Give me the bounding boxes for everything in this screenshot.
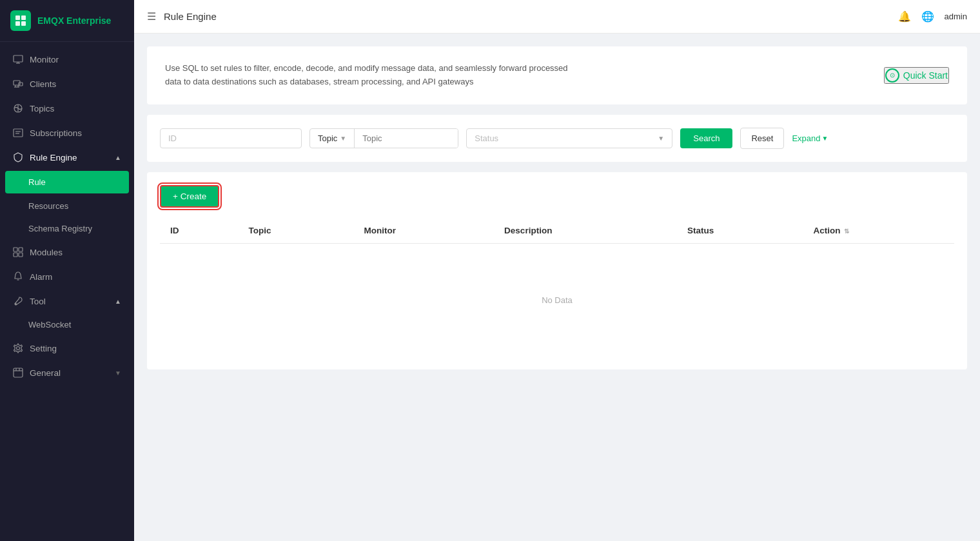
col-status: Status <box>677 218 803 244</box>
notification-icon[interactable]: 🔔 <box>898 10 911 23</box>
sidebar-sub-websocket-label: WebSocket <box>28 320 71 330</box>
sidebar-item-clients[interactable]: Clients <box>0 72 134 96</box>
sidebar-item-clients-label: Clients <box>30 79 56 89</box>
info-card: Use SQL to set rules to filter, encode, … <box>147 46 967 104</box>
info-description: Use SQL to set rules to filter, encode, … <box>165 62 578 89</box>
action-sort-icon: ⇅ <box>844 228 849 235</box>
sidebar-item-subscriptions[interactable]: Subscriptions <box>0 121 134 145</box>
col-description: Description <box>494 218 677 244</box>
sidebar-item-general-label: General <box>30 368 61 378</box>
sidebar-sub-rule[interactable]: Rule <box>5 171 129 193</box>
logo-icon <box>10 10 31 31</box>
create-button[interactable]: + Create <box>160 185 219 208</box>
search-button[interactable]: Search <box>680 128 732 148</box>
svg-rect-3 <box>21 21 26 26</box>
sidebar-item-topics-label: Topics <box>30 104 54 113</box>
quick-start-icon: ⊙ <box>885 68 899 83</box>
sidebar-item-alarm-label: Alarm <box>30 272 52 282</box>
table-header: ID Topic Monitor Description Status Acti… <box>160 218 954 244</box>
sidebar-item-subscriptions-label: Subscriptions <box>30 128 82 138</box>
svg-rect-19 <box>14 253 17 257</box>
main-content: ☰ Rule Engine 🔔 🌐 admin Use SQL to set r… <box>134 0 980 541</box>
sidebar-item-tool-label: Tool <box>30 297 46 306</box>
sidebar-item-rule-engine-label: Rule Engine <box>30 153 77 162</box>
sidebar: EMQX Enterprise Monitor Clients Topics <box>0 0 134 541</box>
filter-row: Topic ▼ Status ▼ Search Reset Expand ▼ <box>160 128 954 149</box>
create-btn-wrap: + Create <box>160 185 954 208</box>
quick-start-button[interactable]: ⊙ Quick Start <box>884 67 949 84</box>
sidebar-item-tool[interactable]: Tool ▲ <box>0 289 134 313</box>
topic-input[interactable] <box>355 129 458 148</box>
sidebar-sub-resources[interactable]: Resources <box>0 195 134 217</box>
expand-label: Expand <box>792 133 820 143</box>
svg-rect-2 <box>15 21 20 26</box>
topbar-user: admin <box>945 12 967 21</box>
sidebar-item-topics[interactable]: Topics <box>0 96 134 121</box>
col-action: Action ⇅ <box>803 218 954 244</box>
id-input[interactable] <box>160 128 302 148</box>
svg-rect-1 <box>21 15 26 20</box>
sidebar-item-monitor-label: Monitor <box>30 55 59 64</box>
no-data-row: No Data <box>160 243 954 357</box>
globe-icon[interactable]: 🌐 <box>921 10 934 23</box>
general-chevron: ▼ <box>115 369 121 377</box>
svg-rect-4 <box>14 55 23 62</box>
sidebar-item-modules-label: Modules <box>30 248 63 257</box>
rule-engine-chevron: ▲ <box>115 154 121 161</box>
sidebar-sub-resources-label: Resources <box>28 201 68 211</box>
expand-button[interactable]: Expand ▼ <box>792 133 828 143</box>
logo-text: EMQX Enterprise <box>37 15 111 26</box>
topic-select-wrap: Topic ▼ <box>309 128 458 148</box>
svg-rect-14 <box>14 129 23 137</box>
svg-rect-0 <box>15 15 20 20</box>
sidebar-nav: Monitor Clients Topics Subscriptions <box>0 42 134 541</box>
svg-rect-24 <box>14 368 23 377</box>
content-area: Use SQL to set rules to filter, encode, … <box>134 34 980 541</box>
sidebar-sub-schema-registry-label: Schema Registry <box>28 224 92 233</box>
svg-point-23 <box>17 347 20 350</box>
sidebar-sub-websocket[interactable]: WebSocket <box>0 313 134 336</box>
sidebar-item-setting[interactable]: Setting <box>0 336 134 360</box>
topbar-title: Rule Engine <box>164 11 890 22</box>
sidebar-sub-rule-label: Rule <box>28 177 46 187</box>
topbar-menu-icon[interactable]: ☰ <box>147 10 156 23</box>
topbar-actions: 🔔 🌐 admin <box>898 10 967 23</box>
quick-start-label: Quick Start <box>903 70 948 81</box>
svg-rect-17 <box>14 248 17 251</box>
svg-rect-20 <box>19 253 23 257</box>
topic-label-text: Topic <box>318 133 337 143</box>
svg-rect-18 <box>19 248 23 251</box>
status-placeholder: Status <box>475 133 654 143</box>
no-data-cell: No Data <box>160 243 954 357</box>
sidebar-item-setting-label: Setting <box>30 344 57 353</box>
col-monitor: Monitor <box>353 218 494 244</box>
svg-point-22 <box>15 304 17 305</box>
sidebar-item-modules[interactable]: Modules <box>0 240 134 264</box>
topbar: ☰ Rule Engine 🔔 🌐 admin <box>134 0 980 34</box>
table-body: No Data <box>160 243 954 357</box>
filter-card: Topic ▼ Status ▼ Search Reset Expand ▼ <box>147 115 967 162</box>
topic-chevron-icon: ▼ <box>340 135 346 142</box>
sidebar-item-rule-engine[interactable]: Rule Engine ▲ <box>0 145 134 170</box>
col-topic: Topic <box>239 218 354 244</box>
tool-chevron: ▲ <box>115 298 121 305</box>
sidebar-item-alarm[interactable]: Alarm <box>0 264 134 289</box>
expand-chevron-icon: ▼ <box>822 135 828 142</box>
rules-table: ID Topic Monitor Description Status Acti… <box>160 218 954 357</box>
status-select[interactable]: Status ▼ <box>466 128 672 148</box>
sidebar-item-monitor[interactable]: Monitor <box>0 47 134 72</box>
topic-select-label[interactable]: Topic ▼ <box>310 129 355 148</box>
table-card: + Create ID Topic Monitor Description St… <box>147 172 967 369</box>
col-id: ID <box>160 218 239 244</box>
sidebar-sub-schema-registry[interactable]: Schema Registry <box>0 217 134 240</box>
reset-button[interactable]: Reset <box>740 128 784 149</box>
sidebar-item-general[interactable]: General ▼ <box>0 360 134 385</box>
status-chevron-icon: ▼ <box>658 135 664 142</box>
sidebar-logo: EMQX Enterprise <box>0 0 134 42</box>
